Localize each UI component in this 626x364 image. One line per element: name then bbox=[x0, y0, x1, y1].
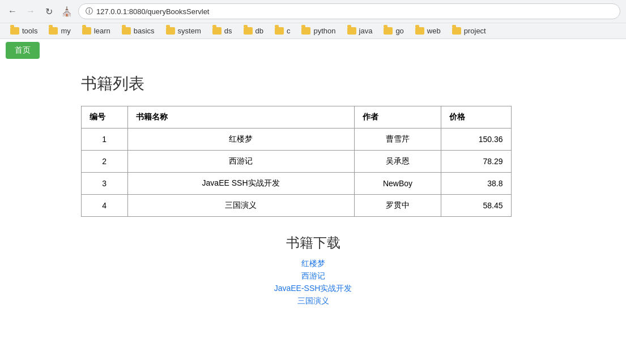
bookmark-label: web bbox=[427, 27, 441, 35]
bookmark-label: tools bbox=[22, 27, 37, 35]
main-area: 书籍列表 编号 书籍名称 作者 价格 1 红楼梦 曹雪芹 150.36 2 西游… bbox=[58, 62, 568, 318]
cell-id: 3 bbox=[81, 173, 127, 195]
folder-icon bbox=[10, 27, 19, 35]
browser-chrome: ← → ↻ ⛪ ⓘ 127.0.0.1:8080/queryBooksServl… bbox=[0, 0, 626, 39]
bookmark-ds[interactable]: ds bbox=[208, 25, 237, 36]
books-table: 编号 书籍名称 作者 价格 1 红楼梦 曹雪芹 150.36 2 西游记 吴承恩… bbox=[81, 106, 512, 217]
cell-author: 曹雪芹 bbox=[354, 129, 441, 151]
bookmark-python[interactable]: python bbox=[297, 25, 340, 36]
bookmarks-bar: tools my learn basics system ds db c bbox=[0, 23, 626, 38]
bookmark-label: ds bbox=[224, 27, 232, 35]
bookmark-label: java bbox=[359, 27, 373, 35]
bookmark-web[interactable]: web bbox=[411, 25, 445, 36]
table-row: 4 三国演义 罗贯中 58.45 bbox=[81, 195, 511, 217]
bookmark-db[interactable]: db bbox=[239, 25, 268, 36]
cell-id: 2 bbox=[81, 151, 127, 173]
folder-icon bbox=[166, 27, 175, 35]
browser-toolbar: ← → ↻ ⛪ ⓘ 127.0.0.1:8080/queryBooksServl… bbox=[0, 0, 626, 23]
download-link[interactable]: 西游记 bbox=[301, 271, 325, 281]
bookmark-learn[interactable]: learn bbox=[78, 25, 115, 36]
download-section: 书籍下载 红楼梦西游记JavaEE-SSH实战开发三国演义 bbox=[81, 234, 546, 306]
bookmark-project[interactable]: project bbox=[448, 25, 491, 36]
folder-icon bbox=[275, 27, 284, 35]
bookmark-go[interactable]: go bbox=[379, 25, 408, 36]
col-header-price: 价格 bbox=[441, 106, 511, 129]
bookmark-java[interactable]: java bbox=[343, 25, 377, 36]
cell-name: 三国演义 bbox=[127, 195, 354, 217]
home-nav-button[interactable]: ⛪ bbox=[60, 5, 74, 18]
bookmark-label: learn bbox=[94, 27, 110, 35]
page-title: 书籍列表 bbox=[81, 73, 546, 95]
folder-icon bbox=[384, 27, 393, 35]
cell-price: 150.36 bbox=[441, 129, 511, 151]
col-header-id: 编号 bbox=[81, 106, 127, 129]
col-header-name: 书籍名称 bbox=[127, 106, 354, 129]
cell-name: 西游记 bbox=[127, 151, 354, 173]
folder-icon bbox=[415, 27, 424, 35]
page-content: 首页 书籍列表 编号 书籍名称 作者 价格 1 红楼梦 曹雪芹 150.36 2… bbox=[0, 39, 626, 350]
forward-button[interactable]: → bbox=[24, 5, 37, 18]
folder-icon bbox=[452, 27, 461, 35]
bookmark-tools[interactable]: tools bbox=[6, 25, 42, 36]
cell-name: JavaEE SSH实战开发 bbox=[127, 173, 354, 195]
download-title: 书籍下载 bbox=[81, 234, 546, 252]
folder-icon bbox=[122, 27, 131, 35]
bookmark-label: system bbox=[178, 27, 201, 35]
table-row: 1 红楼梦 曹雪芹 150.36 bbox=[81, 129, 511, 151]
bookmark-c[interactable]: c bbox=[270, 25, 295, 36]
bookmark-label: go bbox=[395, 27, 403, 35]
folder-icon bbox=[347, 27, 356, 35]
back-button[interactable]: ← bbox=[6, 5, 19, 18]
download-link[interactable]: 红楼梦 bbox=[301, 259, 325, 269]
table-row: 3 JavaEE SSH实战开发 NewBoy 38.8 bbox=[81, 173, 511, 195]
bookmark-label: python bbox=[313, 27, 335, 35]
folder-icon bbox=[244, 27, 253, 35]
cell-id: 1 bbox=[81, 129, 127, 151]
cell-price: 38.8 bbox=[441, 173, 511, 195]
address-bar[interactable]: ⓘ 127.0.0.1:8080/queryBooksServlet bbox=[78, 3, 620, 19]
bookmark-label: project bbox=[464, 27, 486, 35]
cell-price: 78.29 bbox=[441, 151, 511, 173]
bookmark-my[interactable]: my bbox=[44, 25, 75, 36]
table-header-row: 编号 书籍名称 作者 价格 bbox=[81, 106, 511, 129]
url-text: 127.0.0.1:8080/queryBooksServlet bbox=[96, 7, 209, 16]
page-nav-bar: 首页 bbox=[0, 39, 626, 62]
bookmark-label: c bbox=[287, 27, 291, 35]
download-link[interactable]: 三国演义 bbox=[297, 296, 329, 306]
download-link[interactable]: JavaEE-SSH实战开发 bbox=[274, 284, 352, 294]
download-links: 红楼梦西游记JavaEE-SSH实战开发三国演义 bbox=[81, 259, 546, 306]
secure-icon: ⓘ bbox=[86, 6, 93, 16]
folder-icon bbox=[212, 27, 222, 35]
table-row: 2 西游记 吴承恩 78.29 bbox=[81, 151, 511, 173]
bookmark-label: db bbox=[255, 27, 263, 35]
reload-button[interactable]: ↻ bbox=[42, 5, 56, 18]
col-header-author: 作者 bbox=[354, 106, 441, 129]
home-button[interactable]: 首页 bbox=[6, 42, 40, 59]
folder-icon bbox=[301, 27, 310, 35]
cell-name: 红楼梦 bbox=[127, 129, 354, 151]
bookmark-basics[interactable]: basics bbox=[117, 25, 159, 36]
folder-icon bbox=[49, 27, 58, 35]
bookmark-label: my bbox=[61, 27, 70, 35]
bookmark-label: basics bbox=[134, 27, 155, 35]
bookmark-system[interactable]: system bbox=[161, 25, 206, 36]
cell-id: 4 bbox=[81, 195, 127, 217]
cell-author: 罗贯中 bbox=[354, 195, 441, 217]
cell-author: 吴承恩 bbox=[354, 151, 441, 173]
folder-icon bbox=[82, 27, 91, 35]
cell-price: 58.45 bbox=[441, 195, 511, 217]
cell-author: NewBoy bbox=[354, 173, 441, 195]
